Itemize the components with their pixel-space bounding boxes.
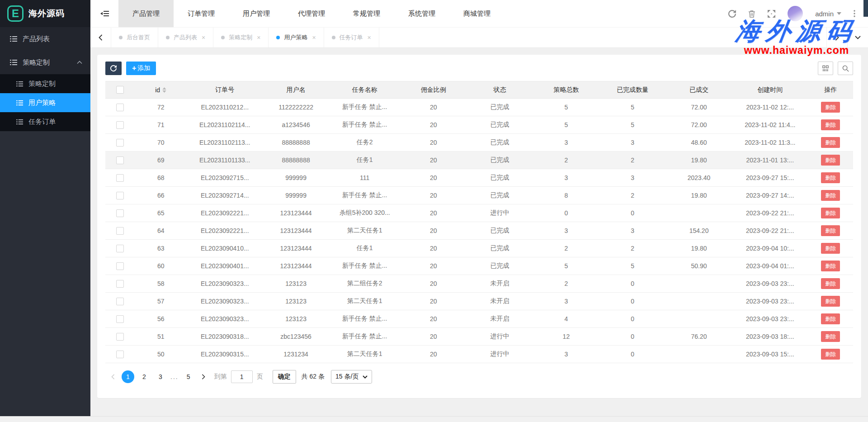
table-row: 71EL20231102114...a1234546新手任务 禁止...20已完… xyxy=(105,116,853,134)
tabs-scroll-left-icon[interactable] xyxy=(90,28,111,47)
row-checkbox[interactable] xyxy=(116,298,124,305)
sidebar-item-label: 任务订单 xyxy=(28,118,56,126)
column-header-order_no: 订单号 xyxy=(187,81,263,99)
user-menu[interactable]: admin xyxy=(815,10,841,18)
cell-deal xyxy=(666,310,732,328)
topnav-tabs: 产品管理订单管理用户管理代理管理常规管理系统管理商城管理 xyxy=(118,0,505,27)
page-tab[interactable]: 后台首页 xyxy=(111,28,158,47)
row-checkbox[interactable] xyxy=(116,333,124,341)
row-checkbox[interactable] xyxy=(116,121,124,129)
row-checkbox[interactable] xyxy=(116,351,124,358)
cell-commission: 20 xyxy=(400,257,467,275)
cell-created: 2023-09-22 21:... xyxy=(732,222,808,240)
trash-icon[interactable] xyxy=(748,10,755,18)
confirm-page-button[interactable]: 确定 xyxy=(273,370,296,384)
table-row: 69EL20231101133...88888888任务120已完成2219.8… xyxy=(105,152,853,169)
refresh-icon[interactable] xyxy=(728,10,736,18)
more-vertical-icon[interactable] xyxy=(854,10,855,17)
delete-button[interactable]: 删除 xyxy=(821,172,840,183)
close-icon[interactable]: × xyxy=(202,34,205,41)
row-checkbox[interactable] xyxy=(116,104,124,111)
prev-page-icon[interactable] xyxy=(106,370,120,383)
row-checkbox[interactable] xyxy=(116,139,124,147)
sidebar-item-product-list[interactable]: 产品列表 xyxy=(0,27,90,51)
search-icon[interactable] xyxy=(838,62,853,75)
page-tab[interactable]: 产品列表× xyxy=(158,28,213,47)
delete-button[interactable]: 删除 xyxy=(821,155,840,166)
refresh-table-button[interactable] xyxy=(105,62,122,75)
page-tab[interactable]: 策略定制× xyxy=(213,28,269,47)
cell-completed: 5 xyxy=(599,257,666,275)
row-checkbox[interactable] xyxy=(116,227,124,235)
page-number[interactable]: 5 xyxy=(182,370,195,383)
sort-icon[interactable] xyxy=(162,87,166,93)
row-checkbox[interactable] xyxy=(116,245,124,252)
row-checkbox[interactable] xyxy=(116,280,124,288)
sidebar-item-task-orders[interactable]: 任务订单 xyxy=(0,112,90,131)
page-size-select[interactable]: 15 条/页 xyxy=(331,370,372,384)
horizontal-scrollbar[interactable] xyxy=(0,416,868,422)
delete-button[interactable]: 删除 xyxy=(821,225,840,236)
cell-deal: 19.80 xyxy=(666,240,732,257)
topnav-tab[interactable]: 订单管理 xyxy=(174,0,229,27)
row-checkbox[interactable] xyxy=(116,174,124,182)
delete-button[interactable]: 删除 xyxy=(821,190,840,201)
close-icon[interactable]: × xyxy=(257,34,260,41)
delete-button[interactable]: 删除 xyxy=(821,119,840,130)
column-header-id[interactable]: id xyxy=(135,81,187,99)
topnav-tab[interactable]: 常规管理 xyxy=(339,0,394,27)
column-label: 用户名 xyxy=(287,86,306,94)
column-label: 创建时间 xyxy=(757,86,783,94)
cell-completed: 5 xyxy=(599,116,666,134)
page-number[interactable]: 3 xyxy=(154,370,167,383)
row-checkbox[interactable] xyxy=(116,315,124,323)
sidebar-item-user-strategy[interactable]: 用户策略 xyxy=(0,93,90,112)
sidebar-item-strategy-custom-parent[interactable]: 策略定制 xyxy=(0,51,90,74)
cell-id: 70 xyxy=(135,134,187,152)
delete-button[interactable]: 删除 xyxy=(821,349,840,360)
delete-button[interactable]: 删除 xyxy=(821,278,840,289)
row-checkbox[interactable] xyxy=(116,209,124,217)
cell-username: 88888888 xyxy=(263,152,329,169)
page-number[interactable]: 2 xyxy=(138,370,151,383)
topnav-tab[interactable]: 用户管理 xyxy=(229,0,284,27)
row-checkbox[interactable] xyxy=(116,262,124,270)
page-tab[interactable]: 任务订单× xyxy=(324,28,379,47)
delete-button[interactable]: 删除 xyxy=(821,261,840,271)
topnav-tab[interactable]: 系统管理 xyxy=(394,0,449,27)
delete-button[interactable]: 删除 xyxy=(821,102,840,113)
close-icon[interactable]: × xyxy=(368,34,371,41)
column-label: 操作 xyxy=(824,86,837,94)
page-tab[interactable]: 用户策略× xyxy=(269,28,324,47)
delete-button[interactable]: 删除 xyxy=(821,208,840,218)
cell-created: 2023-09-04 01:... xyxy=(732,257,808,275)
topnav-tab[interactable]: 商城管理 xyxy=(449,0,505,27)
add-button[interactable]: + 添加 xyxy=(126,62,156,75)
collapse-sidebar-icon[interactable] xyxy=(90,0,118,27)
row-checkbox[interactable] xyxy=(116,156,124,164)
column-header-commission: 佣金比例 xyxy=(400,81,467,99)
select-all-checkbox[interactable] xyxy=(116,86,124,94)
sidebar-item-strategy-custom[interactable]: 策略定制 xyxy=(0,74,90,93)
delete-button[interactable]: 删除 xyxy=(821,296,840,307)
page-number[interactable]: 1 xyxy=(122,370,134,383)
column-label: 任务名称 xyxy=(352,86,377,94)
delete-button[interactable]: 删除 xyxy=(821,137,840,148)
actions-cell: 删除 xyxy=(808,134,853,152)
delete-button[interactable]: 删除 xyxy=(821,313,840,324)
goto-page-input[interactable] xyxy=(231,370,253,383)
tabs-scroll-right-icon[interactable] xyxy=(826,28,847,47)
tabs-menu-icon[interactable] xyxy=(847,28,868,47)
close-icon[interactable]: × xyxy=(312,34,316,41)
actions-cell: 删除 xyxy=(808,222,853,240)
delete-button[interactable]: 删除 xyxy=(821,331,840,342)
topnav-tab[interactable]: 代理管理 xyxy=(284,0,339,27)
row-checkbox[interactable] xyxy=(116,192,124,199)
column-toggle-button[interactable] xyxy=(818,62,833,75)
user-avatar[interactable] xyxy=(788,6,803,21)
next-page-icon[interactable] xyxy=(197,370,210,383)
cell-deal xyxy=(666,204,732,222)
topnav-tab[interactable]: 产品管理 xyxy=(118,0,174,27)
delete-button[interactable]: 删除 xyxy=(821,243,840,254)
fullscreen-icon[interactable] xyxy=(768,10,775,18)
